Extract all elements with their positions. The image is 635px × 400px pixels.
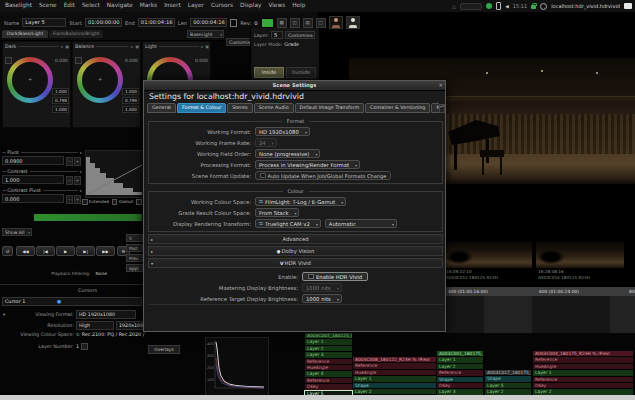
collapse-arrow-icon[interactable]: ▸ bbox=[151, 249, 153, 254]
blank-view-icon[interactable]: □ bbox=[316, 18, 326, 28]
enable-hdr-vivid-button[interactable]: Enable HDR Vivid bbox=[302, 272, 368, 281]
timeline-clip-cell[interactable]: A003C017_180175_R23H % bbox=[485, 370, 531, 376]
phone-icon[interactable] bbox=[496, 2, 502, 10]
cursor-row[interactable]: Cursor 1 ● bbox=[2, 297, 142, 306]
menu-item[interactable]: Select bbox=[82, 2, 100, 8]
menu-item[interactable]: Marks bbox=[140, 2, 157, 8]
timeline-clip-cell[interactable]: Layer 2 bbox=[305, 346, 352, 352]
layer-customise-dropdown[interactable]: Customise bbox=[285, 31, 315, 39]
dialog-tab[interactable]: General bbox=[147, 103, 176, 113]
timeline-clip-cell[interactable]: Layer 1 bbox=[437, 357, 483, 363]
len-timecode-input[interactable]: 00:00:04:16 bbox=[190, 18, 227, 27]
menu-item[interactable]: Navigate bbox=[107, 2, 133, 8]
start-timecode-input[interactable]: 01:00:00:00 bbox=[85, 18, 122, 27]
resolution-value[interactable]: High bbox=[76, 321, 114, 330]
rows-view-icon[interactable]: ▤ bbox=[303, 18, 313, 28]
timeline-clip-cell[interactable]: Shape bbox=[437, 377, 483, 383]
layer-number-icon[interactable] bbox=[81, 343, 88, 350]
layer-number-field[interactable]: 5 bbox=[271, 31, 283, 39]
inside-button[interactable]: Inside bbox=[254, 67, 284, 78]
secure-button[interactable]: S bbox=[126, 234, 143, 242]
timeline-clip-cell[interactable]: A003C004_180175_R23H %.!P.exr bbox=[533, 351, 633, 357]
slider-value-field[interactable]: 0.000 bbox=[2, 194, 64, 203]
curve-histogram[interactable] bbox=[85, 150, 145, 198]
close-icon[interactable]: × bbox=[438, 81, 443, 90]
wheel-field-g[interactable]: 0.799 bbox=[52, 97, 69, 104]
transport-button[interactable]: ◀◀ bbox=[16, 246, 35, 256]
playback-filtering-value[interactable]: None bbox=[96, 271, 107, 276]
reference-thumbnail-2[interactable] bbox=[346, 16, 360, 29]
timeline-clip-cell[interactable]: Reference bbox=[305, 378, 352, 384]
apply-button[interactable]: Appl bbox=[126, 264, 143, 272]
menu-item[interactable]: Layer bbox=[188, 2, 204, 8]
slider-value-field[interactable]: 0.0900 bbox=[2, 156, 64, 165]
timeline-clip-cell[interactable]: Layer 1 bbox=[353, 376, 436, 382]
grade-result-dropdown[interactable]: From Stack bbox=[255, 208, 299, 217]
dialog-tab[interactable]: Stereo bbox=[227, 103, 253, 113]
timeline-clip-cell[interactable]: Reference bbox=[533, 357, 633, 363]
expand-icon[interactable]: ▣ bbox=[205, 44, 209, 49]
show-all-dropdown[interactable]: Show All bbox=[2, 228, 32, 236]
timeline-clip-cell[interactable]: Layer 5 bbox=[485, 383, 531, 389]
wheel-field-b[interactable]: 1.000 bbox=[122, 106, 139, 113]
stepper-icon[interactable]: + bbox=[74, 176, 81, 185]
processing-format-dropdown[interactable]: Process in Viewing/Render Format bbox=[255, 160, 360, 169]
tab-scroll-arrows[interactable]: ▲▼ bbox=[439, 104, 445, 113]
timeline-clip-cell[interactable]: Layer 1 bbox=[533, 370, 633, 376]
hdr-vivid-section-bar[interactable]: ▾ V HDR Vivid bbox=[148, 258, 443, 268]
post-button[interactable]: Post bbox=[126, 244, 143, 252]
timeline-clip-cell[interactable]: DKey bbox=[305, 384, 352, 390]
histogram-option-checkbox[interactable]: Extended bbox=[82, 199, 109, 205]
wheel-crosshair[interactable]: + bbox=[98, 76, 102, 82]
dialog-tab[interactable]: Container & Versioning bbox=[365, 103, 430, 113]
timeline-ruler[interactable]: 400 (01:00:16:00) 600 (01:00:24:00) 800 … bbox=[446, 287, 635, 296]
timeline-track-band[interactable] bbox=[532, 296, 610, 333]
grid-view-icon[interactable]: ▦ bbox=[277, 18, 287, 28]
menu-item[interactable]: Help bbox=[292, 2, 305, 8]
menu-item[interactable]: Views bbox=[268, 2, 285, 8]
dialog-tab[interactable]: Format & Colour bbox=[177, 103, 226, 113]
dialog-tab[interactable]: Scene Audio bbox=[254, 103, 294, 113]
timeline-progress-bar[interactable] bbox=[34, 214, 142, 221]
working-field-order-dropdown[interactable]: None (progressive) bbox=[255, 149, 320, 158]
slider-menu-icon[interactable]: ▸ bbox=[80, 169, 82, 174]
timeline-clip-cell[interactable]: A003C001_180175_R23H bbox=[437, 351, 483, 357]
expand-icon[interactable]: ▣ bbox=[135, 44, 139, 49]
layer-number-value[interactable]: 1 bbox=[76, 344, 79, 349]
menu-item[interactable]: Cursors bbox=[211, 2, 233, 8]
stepper-icon[interactable]: + bbox=[74, 157, 81, 166]
viewing-format-value[interactable]: HD 1920x1080 bbox=[76, 310, 136, 319]
timeline-track-band[interactable] bbox=[610, 296, 635, 333]
clip-colour-swatch[interactable] bbox=[261, 18, 274, 28]
timeline-clip-cell[interactable]: Reference bbox=[533, 377, 633, 383]
reset-icon[interactable]: ▸ bbox=[61, 44, 63, 49]
preview-button[interactable]: Prev bbox=[126, 254, 143, 262]
wheel-reset-box[interactable] bbox=[75, 57, 82, 64]
reset-icon[interactable]: ▸ bbox=[201, 44, 203, 49]
viewing-colour-space-value[interactable]: Rec.2100: PQ / Rec.2020 / 1000 nits bbox=[82, 332, 146, 337]
reference-brightness-dropdown[interactable]: 1000 nits bbox=[302, 294, 342, 303]
transport-button[interactable]: |◀ bbox=[36, 246, 55, 256]
timeline-clip-cell[interactable]: DKey bbox=[437, 383, 483, 389]
transport-button[interactable]: ▶| bbox=[76, 246, 95, 256]
sync-status-icon[interactable] bbox=[486, 3, 492, 9]
menu-item[interactable]: Edit bbox=[64, 2, 75, 8]
gallery-thumbnail[interactable] bbox=[535, 241, 625, 269]
timeline-clip-cell[interactable]: Shape bbox=[485, 376, 531, 382]
timeline-clip-cell[interactable]: Layer 4 bbox=[305, 371, 352, 377]
transport-button[interactable]: ▶ bbox=[56, 246, 75, 256]
menu-item[interactable]: Scene bbox=[39, 2, 57, 8]
transport-button[interactable]: ▶▶ bbox=[96, 246, 115, 256]
wheel-field-g[interactable]: 0.799 bbox=[122, 97, 139, 104]
menu-item[interactable]: Display bbox=[240, 2, 261, 8]
note-icon[interactable] bbox=[230, 19, 237, 27]
working-format-dropdown[interactable]: HD 1920x1080 bbox=[255, 127, 310, 136]
expand-icon[interactable]: ▣ bbox=[65, 44, 69, 49]
working-colour-space-dropdown[interactable]: ⇆FilmLight: T-Log / E-Gamut bbox=[255, 197, 346, 206]
grade-tab-1[interactable]: Dark/Base/Light bbox=[2, 30, 48, 38]
wheel-crosshair[interactable]: + bbox=[28, 76, 32, 82]
timeline-clip-cell[interactable]: HueAngle bbox=[353, 370, 436, 376]
monitor-icon[interactable] bbox=[624, 3, 632, 9]
timeline-clip-cell[interactable]: Layer 1 bbox=[305, 339, 352, 345]
collapse-arrow-icon[interactable]: ▸ bbox=[151, 237, 153, 242]
